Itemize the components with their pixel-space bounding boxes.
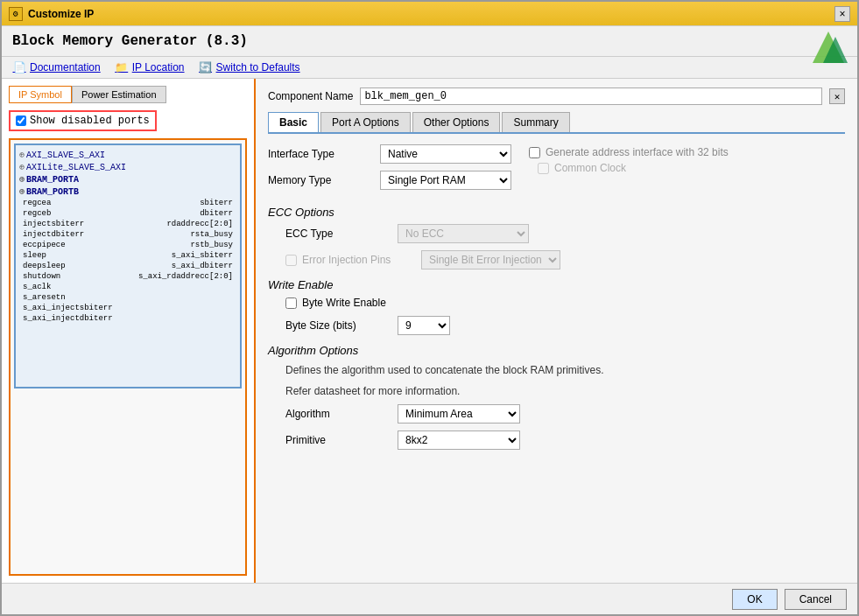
app-icon: ⚙ xyxy=(9,7,23,21)
xilinx-logo xyxy=(809,30,848,69)
tab-summary[interactable]: Summary xyxy=(502,112,569,132)
expand-icon-3: ⊕ xyxy=(19,186,25,197)
switch-defaults-icon: 🔄 xyxy=(199,60,213,74)
error-injection-select[interactable]: Single Bit Error Injection xyxy=(421,250,560,270)
tab-power-estimation[interactable]: Power Estimation xyxy=(72,86,166,103)
main-tabs: Basic Port A Options Other Options Summa… xyxy=(268,112,845,134)
primitive-select[interactable]: 8kx2 xyxy=(398,430,520,450)
interface-type-label: Interface Type xyxy=(268,148,373,160)
signal-line-9: s_aresetn xyxy=(19,292,236,303)
port-axilite-slave: ⊕ AXILite_SLAVE_S_AXI xyxy=(19,161,236,173)
memory-type-label: Memory Type xyxy=(268,174,373,186)
port-bram-porta: ⊕ BRAM_PORTA xyxy=(19,173,236,186)
tab-port-a-options[interactable]: Port A Options xyxy=(320,112,411,132)
byte-size-row: Byte Size (bits) 9 8 xyxy=(285,316,845,335)
signal-line-5: sleep s_axi_sbiterr xyxy=(19,250,236,261)
algorithm-select[interactable]: Minimum Area xyxy=(398,404,520,424)
generate-address-checkbox[interactable] xyxy=(529,147,540,158)
bottom-bar: OK Cancel xyxy=(2,583,857,614)
interface-type-row: Interface Type Native xyxy=(268,144,511,164)
algorithm-label: Algorithm xyxy=(285,408,391,420)
byte-write-enable-checkbox[interactable] xyxy=(285,298,297,309)
memory-type-select[interactable]: Single Port RAM xyxy=(380,171,511,190)
byte-size-select[interactable]: 9 8 xyxy=(398,316,450,335)
ok-button[interactable]: OK xyxy=(732,589,777,610)
generate-address-row: Generate address interface with 32 bits xyxy=(529,146,729,158)
tab-basic[interactable]: Basic xyxy=(268,112,319,132)
signal-line-7: shutdown s_axi_rdaddrecc[2:0] xyxy=(19,271,236,282)
component-name-input[interactable] xyxy=(360,88,822,105)
ip-location-label: IP Location xyxy=(132,61,185,74)
title-bar-left: ⚙ Customize IP xyxy=(9,7,94,21)
main-content: IP Symbol Power Estimation Show disabled… xyxy=(2,79,857,583)
cancel-button[interactable]: Cancel xyxy=(785,589,847,610)
right-panel: Component Name ✕ Basic Port A Options Ot… xyxy=(256,79,857,583)
component-name-row: Component Name ✕ xyxy=(268,88,845,105)
signal-line-2: injectsbiterr rdaddrecc[2:0] xyxy=(19,219,236,229)
common-clock-checkbox[interactable] xyxy=(538,163,549,174)
common-clock-label: Common Clock xyxy=(554,162,626,174)
left-tabs: IP Symbol Power Estimation xyxy=(9,86,247,103)
write-enable-section-title: Write Enable xyxy=(268,278,845,291)
documentation-icon: 📄 xyxy=(12,60,26,74)
title-bar-text: Customize IP xyxy=(28,8,94,20)
left-form: Interface Type Native Memory Type Single… xyxy=(268,144,511,197)
top-form-area: Interface Type Native Memory Type Single… xyxy=(268,144,845,197)
tab-ip-symbol[interactable]: IP Symbol xyxy=(9,86,72,103)
logo-area xyxy=(809,30,848,73)
switch-to-defaults-link[interactable]: 🔄 Switch to Defaults xyxy=(199,60,300,74)
byte-size-label: Byte Size (bits) xyxy=(285,319,391,332)
signal-line-1: regceb dbiterr xyxy=(19,208,236,219)
title-bar: ⚙ Customize IP × xyxy=(2,2,857,26)
algorithm-description: Defines the algorithm used to concatenat… xyxy=(285,362,845,399)
error-injection-row: Error Injection Pins Single Bit Error In… xyxy=(268,250,845,270)
algo-desc-line1: Defines the algorithm used to concatenat… xyxy=(285,362,845,378)
ecc-type-label: ECC Type xyxy=(285,228,391,240)
show-disabled-ports-checkbox[interactable] xyxy=(16,116,26,126)
ecc-section-title: ECC Options xyxy=(268,206,845,219)
toolbar: 📄 Documentation 📁 IP Location 🔄 Switch t… xyxy=(2,57,857,79)
documentation-label: Documentation xyxy=(30,61,101,74)
memory-type-row: Memory Type Single Port RAM xyxy=(268,171,511,190)
component-name-clear-button[interactable]: ✕ xyxy=(829,88,845,104)
show-disabled-ports-container: Show disabled ports xyxy=(9,110,157,131)
error-injection-checkbox-row: Error Injection Pins xyxy=(285,254,407,266)
symbol-box: ⊕ AXI_SLAVE_S_AXI ⊕ AXILite_SLAVE_S_AXI … xyxy=(14,144,242,388)
component-name-label: Component Name xyxy=(268,90,353,102)
byte-write-enable-label: Byte Write Enable xyxy=(302,297,407,309)
algorithm-row: Algorithm Minimum Area xyxy=(285,404,845,424)
generate-address-label: Generate address interface with 32 bits xyxy=(546,146,729,158)
documentation-link[interactable]: 📄 Documentation xyxy=(12,60,101,74)
ecc-type-row: ECC Type No ECC xyxy=(268,224,845,243)
port-axi-slave: ⊕ AXI_SLAVE_S_AXI xyxy=(19,149,236,161)
algorithm-section-title: Algorithm Options xyxy=(268,344,845,357)
primitive-label: Primitive xyxy=(285,434,391,446)
expand-icon-0: ⊕ xyxy=(19,150,25,160)
show-disabled-ports-label: Show disabled ports xyxy=(30,115,150,127)
expand-icon-1: ⊕ xyxy=(19,162,25,172)
window-header: Block Memory Generator (8.3) xyxy=(2,26,857,57)
byte-write-enable-row: Byte Write Enable xyxy=(285,297,845,309)
page-title: Block Memory Generator (8.3) xyxy=(12,33,248,49)
close-button[interactable]: × xyxy=(834,6,850,22)
primitive-row: Primitive 8kx2 xyxy=(285,430,845,450)
signal-line-3: injectdbiterr rsta_busy xyxy=(19,229,236,240)
signal-line-6: deepsleep s_axi_dbiterr xyxy=(19,261,236,271)
signal-line-11: s_axi_injectdbiterr xyxy=(19,313,236,324)
error-injection-pins-label: Error Injection Pins xyxy=(302,254,407,266)
main-window: ⚙ Customize IP × Block Memory Generator … xyxy=(0,0,859,616)
common-clock-row: Common Clock xyxy=(538,162,626,174)
expand-icon-2: ⊕ xyxy=(19,174,25,185)
tab-other-options[interactable]: Other Options xyxy=(412,112,501,132)
left-panel: IP Symbol Power Estimation Show disabled… xyxy=(2,79,256,583)
port-bram-portb: ⊕ BRAM_PORTB xyxy=(19,186,236,198)
signal-line-10: s_axi_injectsbiterr xyxy=(19,303,236,313)
ip-location-link[interactable]: 📁 IP Location xyxy=(115,60,185,74)
algo-desc-line2: Refer datasheet for more information. xyxy=(285,383,845,399)
switch-defaults-label: Switch to Defaults xyxy=(216,61,300,74)
ip-location-icon: 📁 xyxy=(115,60,129,74)
byte-write-enable-checkbox-row: Byte Write Enable xyxy=(285,297,407,309)
ecc-type-select[interactable]: No ECC xyxy=(398,224,529,243)
interface-type-select[interactable]: Native xyxy=(380,144,511,164)
error-injection-checkbox[interactable] xyxy=(285,255,297,266)
